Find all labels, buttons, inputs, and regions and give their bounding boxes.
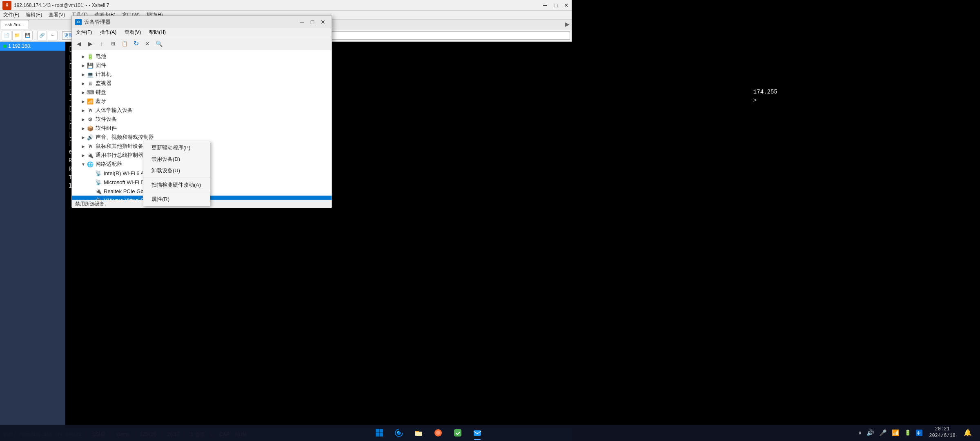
expand-software-component[interactable]: ▶: [80, 125, 87, 131]
wifi-adapter-icon: 📡: [95, 169, 102, 177]
expand-monitor[interactable]: ▶: [80, 80, 87, 87]
ctx-separator-1: [143, 178, 210, 178]
menu-view[interactable]: 查看(V): [45, 11, 68, 19]
devmgr-disable[interactable]: ✕: [142, 38, 153, 49]
taskbar-notification-button[interactable]: 🔔: [960, 425, 975, 441]
devmgr-close[interactable]: ✕: [318, 17, 328, 27]
devmgr-forward[interactable]: ▶: [85, 38, 96, 49]
devmgr-icon: ⚙: [75, 19, 82, 25]
maximize-button[interactable]: □: [550, 0, 561, 11]
ctx-disable-device[interactable]: 禁用设备(D): [143, 154, 210, 165]
taskbar-explorer-button[interactable]: [410, 425, 428, 441]
tree-label-mouse: 鼠标和其他指针设备: [96, 143, 143, 150]
taskbar-app4-button[interactable]: [449, 425, 467, 441]
menu-edit[interactable]: 编辑(E): [22, 11, 45, 19]
tray-mic[interactable]: 🎤: [878, 425, 889, 441]
ctx-scan-hardware[interactable]: 扫描检测硬件改动(A): [143, 179, 210, 191]
tray-expand[interactable]: ∧: [857, 425, 863, 441]
tree-node-monitor[interactable]: ▶ 🖥 监视器: [72, 79, 332, 88]
tree-node-bluetooth[interactable]: ▶ 📶 蓝牙: [72, 97, 332, 106]
taskbar-start-button[interactable]: [370, 425, 388, 441]
software-component-icon: 📦: [87, 125, 94, 132]
tree-node-battery[interactable]: ▶ 🔋 电池: [72, 52, 332, 61]
tray-speaker[interactable]: 🔊: [865, 425, 876, 441]
expand-keyboard[interactable]: ▶: [80, 89, 87, 96]
tree-node-audio[interactable]: ▶ 🔊 声音、视频和游戏控制器: [72, 133, 332, 142]
devmgr-title: 设备管理器: [84, 18, 296, 26]
taskbar-edge-button[interactable]: [390, 425, 408, 441]
ms-wifi-icon: 📡: [95, 178, 102, 186]
tree-label-hid: 人体学输入设备: [96, 107, 133, 114]
taskbar-app5-button[interactable]: [468, 425, 486, 441]
session-item-1[interactable]: 1 192.168.: [0, 42, 65, 51]
tree-node-firmware[interactable]: ▶ 💾 固件: [72, 61, 332, 70]
expand-firmware[interactable]: ▶: [80, 62, 87, 69]
expand-bluetooth[interactable]: ▶: [80, 98, 87, 105]
right-panel: 174.255 >: [572, 0, 980, 441]
devmgr-menubar: 文件(F) 操作(A) 查看(V) 帮助(H): [72, 28, 332, 37]
close-button[interactable]: ✕: [561, 0, 572, 11]
expand-software-device[interactable]: ▶: [80, 116, 87, 122]
devmgr-minimize[interactable]: ─: [296, 17, 307, 27]
taskbar-app3-button[interactable]: [429, 425, 447, 441]
expand-computer[interactable]: ▶: [80, 71, 87, 78]
ctx-properties[interactable]: 属性(R): [143, 194, 210, 205]
tree-node-hid[interactable]: ▶ 🖱 人体学输入设备: [72, 106, 332, 115]
devmgr-menu-help[interactable]: 帮助(H): [145, 28, 170, 37]
term-line: [575, 71, 977, 79]
tree-node-keyboard[interactable]: ▶ ⌨ 键盘: [72, 88, 332, 97]
toolbar-connect[interactable]: 🔗: [37, 31, 47, 40]
mouse-icon: 🖱: [87, 143, 94, 150]
devmgr-maximize[interactable]: □: [307, 17, 318, 27]
tray-network[interactable]: 📶: [890, 425, 901, 441]
expand-network[interactable]: ▼: [80, 161, 87, 167]
tree-node-computer[interactable]: ▶ 💻 计算机: [72, 70, 332, 79]
devmgr-refresh[interactable]: ⊞: [108, 38, 118, 49]
file-explorer-icon: [414, 428, 423, 438]
devmgr-menu-file[interactable]: 文件(F): [72, 28, 96, 37]
toolbar-new[interactable]: 📄: [2, 31, 11, 40]
svg-rect-3: [380, 433, 383, 437]
taskbar-tray: ∧ 🔊 🎤 📶 🔋 中 20:21 2024/6/18 🔔: [857, 425, 980, 441]
toolbar-save[interactable]: 💾: [23, 31, 33, 40]
expand-audio[interactable]: ▶: [80, 134, 87, 140]
tab-scroll-right[interactable]: ▶: [565, 21, 570, 27]
devmgr-properties[interactable]: 📋: [119, 38, 130, 49]
ctx-update-driver[interactable]: 更新驱动程序(P): [143, 142, 210, 154]
expand-usb[interactable]: ▶: [80, 152, 87, 158]
devmgr-menu-view[interactable]: 查看(V): [120, 28, 145, 37]
tray-ime[interactable]: 中: [914, 425, 924, 441]
devmgr-titlebar: ⚙ 设备管理器 ─ □ ✕: [72, 16, 332, 28]
expand-battery[interactable]: ▶: [80, 53, 87, 60]
term-line: [575, 79, 977, 88]
devmgr-back[interactable]: ◀: [74, 38, 84, 49]
ctx-uninstall-device[interactable]: 卸载设备(U): [143, 165, 210, 176]
tree-label-monitor: 监视器: [96, 80, 111, 87]
computer-icon: 💻: [87, 71, 94, 78]
devmgr-update-driver[interactable]: ↻: [131, 38, 141, 49]
toolbar-disconnect[interactable]: ✂: [48, 31, 58, 40]
term-line: [575, 114, 977, 122]
xshell-title: 192.168.174.143 - root@vm101:~ - Xshell …: [14, 2, 540, 8]
minimize-button[interactable]: ─: [540, 0, 550, 11]
tab-session-1[interactable]: ssh://ro...: [0, 20, 29, 29]
tree-node-software-component[interactable]: ▶ 📦 软件组件: [72, 124, 332, 133]
expand-mouse[interactable]: ▶: [80, 143, 87, 149]
tree-node-software-device[interactable]: ▶ ⚙ 软件设备: [72, 115, 332, 124]
devmgr-scan[interactable]: 🔍: [154, 38, 164, 49]
clock-date: 2024/6/18: [929, 433, 956, 439]
clock-time: 20:21: [929, 426, 956, 433]
session-status-dot: [3, 45, 7, 48]
term-line: [575, 122, 977, 131]
windows-logo-icon: [374, 428, 384, 438]
expand-hid[interactable]: ▶: [80, 107, 87, 114]
menu-file[interactable]: 文件(F): [0, 11, 22, 19]
devmgr-up[interactable]: ↑: [96, 38, 107, 49]
tray-battery[interactable]: 🔋: [903, 425, 913, 441]
taskbar-clock[interactable]: 20:21 2024/6/18: [926, 426, 959, 439]
devmgr-menu-action[interactable]: 操作(A): [96, 28, 120, 37]
svg-point-5: [436, 431, 440, 435]
toolbar-open[interactable]: 📁: [12, 31, 22, 40]
app5-mail-icon: [472, 428, 482, 438]
term-line: [575, 105, 977, 114]
